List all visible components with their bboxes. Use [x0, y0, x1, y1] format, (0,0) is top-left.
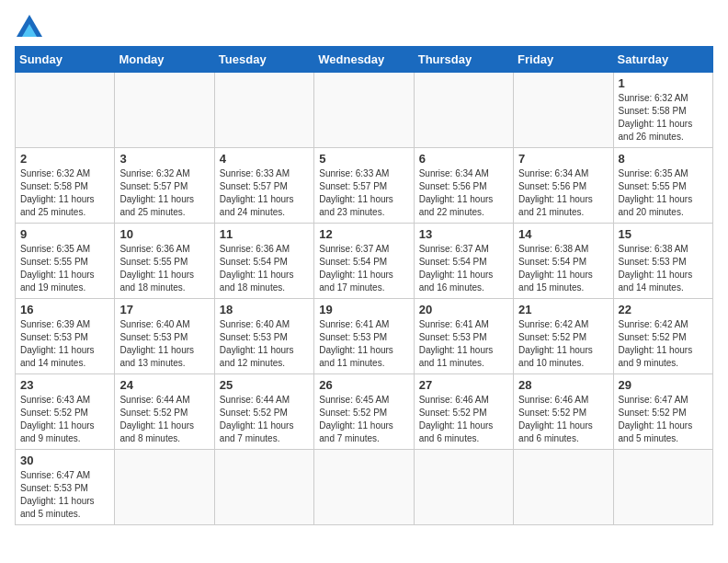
- day-number: 7: [518, 152, 608, 166]
- day-info: Sunrise: 6:37 AMSunset: 5:54 PMDaylight:…: [319, 243, 408, 294]
- day-info: Sunrise: 6:35 AMSunset: 5:55 PMDaylight:…: [619, 167, 708, 219]
- calendar-cell: [314, 450, 414, 525]
- calendar-cell: 27 Sunrise: 6:46 AMSunset: 5:52 PMDaylig…: [414, 374, 513, 450]
- day-number: 9: [20, 227, 109, 241]
- day-number: 19: [319, 303, 408, 316]
- day-info: Sunrise: 6:32 AMSunset: 5:58 PMDaylight:…: [20, 167, 109, 219]
- day-number: 11: [220, 227, 309, 241]
- calendar-cell: [613, 450, 712, 525]
- calendar-cell: 19 Sunrise: 6:41 AMSunset: 5:53 PMDaylig…: [314, 299, 414, 374]
- calendar-cell: 13 Sunrise: 6:37 AMSunset: 5:54 PMDaylig…: [414, 224, 513, 299]
- calendar-cell: 21 Sunrise: 6:42 AMSunset: 5:52 PMDaylig…: [514, 299, 613, 374]
- day-info: Sunrise: 6:32 AMSunset: 5:57 PMDaylight:…: [119, 167, 209, 219]
- day-info: Sunrise: 6:41 AMSunset: 5:53 PMDaylight:…: [419, 318, 508, 370]
- calendar-cell: 2 Sunrise: 6:32 AMSunset: 5:58 PMDayligh…: [16, 148, 115, 224]
- day-info: Sunrise: 6:33 AMSunset: 5:57 PMDaylight:…: [220, 167, 309, 219]
- calendar-cell: [214, 73, 313, 148]
- day-number: 3: [119, 152, 209, 166]
- day-number: 20: [419, 303, 508, 316]
- calendar-cell: 3 Sunrise: 6:32 AMSunset: 5:57 PMDayligh…: [115, 148, 214, 224]
- calendar-cell: [414, 450, 513, 525]
- day-number: 12: [319, 227, 408, 241]
- calendar-day-header: Wednesday: [314, 47, 414, 73]
- calendar-header-row: SundayMondayTuesdayWednesdayThursdayFrid…: [16, 47, 713, 73]
- calendar-cell: [514, 450, 613, 525]
- calendar-cell: 5 Sunrise: 6:33 AMSunset: 5:57 PMDayligh…: [314, 148, 414, 224]
- calendar-cell: 18 Sunrise: 6:40 AMSunset: 5:53 PMDaylig…: [214, 299, 313, 374]
- calendar-cell: 12 Sunrise: 6:37 AMSunset: 5:54 PMDaylig…: [314, 224, 414, 299]
- day-info: Sunrise: 6:46 AMSunset: 5:52 PMDaylight:…: [518, 394, 608, 445]
- day-number: 23: [20, 378, 109, 392]
- calendar-cell: 22 Sunrise: 6:42 AMSunset: 5:52 PMDaylig…: [613, 299, 712, 374]
- calendar-week-row: 30 Sunrise: 6:47 AMSunset: 5:53 PMDaylig…: [16, 450, 713, 525]
- calendar-cell: 28 Sunrise: 6:46 AMSunset: 5:52 PMDaylig…: [514, 374, 613, 450]
- calendar-cell: 1 Sunrise: 6:32 AMSunset: 5:58 PMDayligh…: [613, 73, 712, 148]
- calendar-cell: 29 Sunrise: 6:47 AMSunset: 5:52 PMDaylig…: [613, 374, 712, 450]
- day-info: Sunrise: 6:47 AMSunset: 5:52 PMDaylight:…: [619, 394, 708, 445]
- day-number: 30: [20, 454, 109, 467]
- day-number: 8: [619, 152, 708, 166]
- day-info: Sunrise: 6:38 AMSunset: 5:53 PMDaylight:…: [619, 243, 708, 294]
- calendar-cell: 9 Sunrise: 6:35 AMSunset: 5:55 PMDayligh…: [16, 224, 115, 299]
- day-number: 14: [518, 227, 608, 241]
- calendar-table: SundayMondayTuesdayWednesdayThursdayFrid…: [15, 46, 713, 525]
- calendar-cell: 6 Sunrise: 6:34 AMSunset: 5:56 PMDayligh…: [414, 148, 513, 224]
- day-number: 16: [20, 303, 109, 316]
- calendar-cell: 15 Sunrise: 6:38 AMSunset: 5:53 PMDaylig…: [613, 224, 712, 299]
- calendar-cell: [514, 73, 613, 148]
- calendar-cell: 4 Sunrise: 6:33 AMSunset: 5:57 PMDayligh…: [214, 148, 313, 224]
- calendar-cell: 25 Sunrise: 6:44 AMSunset: 5:52 PMDaylig…: [214, 374, 313, 450]
- day-info: Sunrise: 6:40 AMSunset: 5:53 PMDaylight:…: [220, 318, 309, 370]
- day-number: 24: [119, 378, 209, 392]
- calendar-day-header: Tuesday: [214, 47, 313, 73]
- calendar-cell: 14 Sunrise: 6:38 AMSunset: 5:54 PMDaylig…: [514, 224, 613, 299]
- day-info: Sunrise: 6:36 AMSunset: 5:54 PMDaylight:…: [220, 243, 309, 294]
- day-info: Sunrise: 6:41 AMSunset: 5:53 PMDaylight:…: [319, 318, 408, 370]
- calendar-cell: 7 Sunrise: 6:34 AMSunset: 5:56 PMDayligh…: [514, 148, 613, 224]
- day-info: Sunrise: 6:37 AMSunset: 5:54 PMDaylight:…: [419, 243, 508, 294]
- calendar-cell: [16, 73, 115, 148]
- calendar-cell: 17 Sunrise: 6:40 AMSunset: 5:53 PMDaylig…: [115, 299, 214, 374]
- calendar-cell: 10 Sunrise: 6:36 AMSunset: 5:55 PMDaylig…: [115, 224, 214, 299]
- day-info: Sunrise: 6:44 AMSunset: 5:52 PMDaylight:…: [220, 394, 309, 445]
- calendar-cell: 26 Sunrise: 6:45 AMSunset: 5:52 PMDaylig…: [314, 374, 414, 450]
- day-number: 29: [619, 378, 708, 392]
- day-number: 13: [419, 227, 508, 241]
- calendar-cell: [214, 450, 313, 525]
- day-number: 10: [119, 227, 209, 241]
- day-info: Sunrise: 6:39 AMSunset: 5:53 PMDaylight:…: [20, 318, 109, 370]
- day-number: 21: [518, 303, 608, 316]
- day-number: 4: [220, 152, 309, 166]
- day-info: Sunrise: 6:35 AMSunset: 5:55 PMDaylight:…: [20, 243, 109, 294]
- day-info: Sunrise: 6:34 AMSunset: 5:56 PMDaylight:…: [419, 167, 508, 219]
- day-number: 18: [220, 303, 309, 316]
- calendar-cell: [414, 73, 513, 148]
- calendar-day-header: Sunday: [16, 47, 115, 73]
- day-info: Sunrise: 6:32 AMSunset: 5:58 PMDaylight:…: [619, 92, 708, 144]
- calendar-week-row: 2 Sunrise: 6:32 AMSunset: 5:58 PMDayligh…: [16, 148, 713, 224]
- day-info: Sunrise: 6:34 AMSunset: 5:56 PMDaylight:…: [518, 167, 608, 219]
- calendar-cell: 20 Sunrise: 6:41 AMSunset: 5:53 PMDaylig…: [414, 299, 513, 374]
- calendar-week-row: 9 Sunrise: 6:35 AMSunset: 5:55 PMDayligh…: [16, 224, 713, 299]
- calendar-cell: 16 Sunrise: 6:39 AMSunset: 5:53 PMDaylig…: [16, 299, 115, 374]
- calendar-cell: [115, 450, 214, 525]
- day-info: Sunrise: 6:36 AMSunset: 5:55 PMDaylight:…: [119, 243, 209, 294]
- day-number: 26: [319, 378, 408, 392]
- day-number: 5: [319, 152, 408, 166]
- logo-icon: [17, 15, 42, 37]
- day-number: 1: [619, 76, 708, 90]
- calendar-week-row: 23 Sunrise: 6:43 AMSunset: 5:52 PMDaylig…: [16, 374, 713, 450]
- day-info: Sunrise: 6:44 AMSunset: 5:52 PMDaylight:…: [119, 394, 209, 445]
- calendar-day-header: Friday: [514, 47, 613, 73]
- day-info: Sunrise: 6:33 AMSunset: 5:57 PMDaylight:…: [319, 167, 408, 219]
- day-number: 15: [619, 227, 708, 241]
- calendar-cell: 24 Sunrise: 6:44 AMSunset: 5:52 PMDaylig…: [115, 374, 214, 450]
- calendar-cell: 11 Sunrise: 6:36 AMSunset: 5:54 PMDaylig…: [214, 224, 313, 299]
- day-number: 25: [220, 378, 309, 392]
- calendar-cell: 23 Sunrise: 6:43 AMSunset: 5:52 PMDaylig…: [16, 374, 115, 450]
- calendar-week-row: 16 Sunrise: 6:39 AMSunset: 5:53 PMDaylig…: [16, 299, 713, 374]
- day-info: Sunrise: 6:45 AMSunset: 5:52 PMDaylight:…: [319, 394, 408, 445]
- logo: [15, 15, 42, 37]
- day-number: 27: [419, 378, 508, 392]
- calendar-day-header: Monday: [115, 47, 214, 73]
